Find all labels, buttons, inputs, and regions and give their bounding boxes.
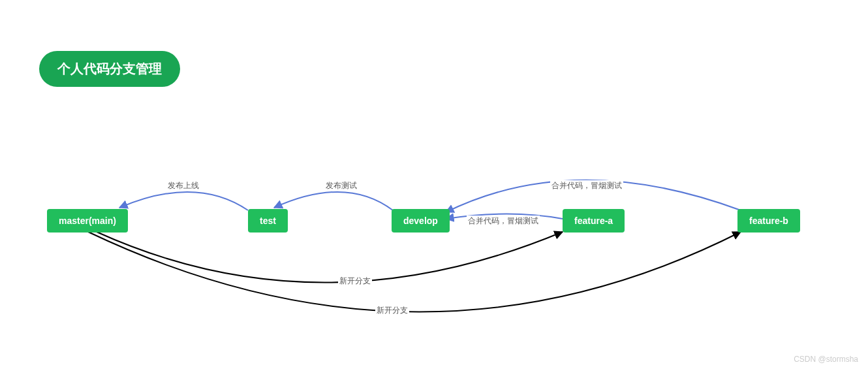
arrow-test-to-master [119, 192, 248, 210]
node-feature-a: feature-a [563, 209, 625, 233]
label-merge-smoke-b: 合并代码，冒烟测试 [550, 180, 623, 191]
diagram-title: 个人代码分支管理 [39, 51, 180, 87]
label-new-branch-b: 新开分支 [375, 305, 409, 316]
label-new-branch-a: 新开分支 [338, 276, 372, 287]
arrow-develop-to-test [274, 192, 393, 210]
node-develop: develop [392, 209, 450, 233]
node-test: test [248, 209, 288, 233]
arrow-master-to-feature-b [88, 232, 741, 312]
node-master: master(main) [47, 209, 128, 233]
watermark: CSDN @stormsha [794, 355, 858, 364]
label-publish-online: 发布上线 [166, 180, 200, 191]
arrow-master-to-feature-a [97, 232, 563, 283]
label-publish-test: 发布测试 [324, 180, 358, 191]
node-feature-b: feature-b [737, 209, 800, 233]
label-merge-smoke-a: 合并代码，冒烟测试 [467, 216, 540, 227]
